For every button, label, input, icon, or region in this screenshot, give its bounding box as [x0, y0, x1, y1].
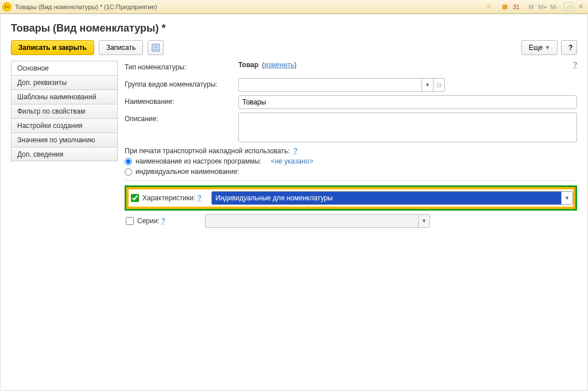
series-combo-dropdown[interactable]: ▼: [418, 215, 430, 227]
radio-program-name-input[interactable]: [125, 158, 132, 165]
sidebar-item-main[interactable]: Основное: [11, 61, 118, 75]
radio-individual-name-input[interactable]: [125, 168, 132, 176]
group-combo-text: [239, 79, 421, 91]
list-button[interactable]: [148, 40, 164, 55]
radio-individual-name[interactable]: индивидуальное наименование:: [125, 168, 577, 176]
type-change-link[interactable]: изменить: [264, 61, 294, 69]
more-button[interactable]: Еще▼: [521, 40, 558, 55]
sidebar-item-extra-info[interactable]: Доп. сведения: [11, 147, 118, 161]
page-title: Товары (Вид номенклатуры) *: [11, 22, 577, 34]
separator: [125, 180, 577, 181]
characteristics-checkbox[interactable]: [131, 194, 139, 202]
close-icon[interactable]: ✕: [575, 2, 586, 11]
name-input[interactable]: [238, 95, 577, 109]
group-label: Группа видов номенклатуры:: [125, 78, 238, 88]
print-label: При печати транспортной накладной исполь…: [125, 147, 290, 155]
sidebar-item-default-values[interactable]: Значения по умолчанию: [11, 133, 118, 147]
sidebar-item-name-templates[interactable]: Шаблоны наименований: [11, 90, 118, 104]
radio-program-name[interactable]: наименование из настроек программы: <не …: [125, 157, 577, 165]
memory-mminus-icon[interactable]: M-: [549, 2, 559, 11]
series-help-icon[interactable]: ?: [161, 217, 165, 225]
desc-textarea[interactable]: [238, 112, 577, 142]
not-set-link[interactable]: <не указано>: [270, 157, 313, 165]
desc-label: Описание:: [125, 112, 238, 123]
calendar-icon[interactable]: 31: [511, 2, 521, 11]
favorite-icon[interactable]: ☆: [483, 2, 494, 11]
series-checkbox[interactable]: [126, 217, 134, 225]
series-combo-text: [206, 215, 418, 227]
help-button[interactable]: ?: [561, 40, 577, 55]
characteristics-highlight: Характеристики: ? Индивидуальные для ном…: [125, 185, 577, 211]
toolbar: Записать и закрыть Записать Еще▼ ?: [1, 40, 587, 61]
characteristics-combo-dropdown[interactable]: ▼: [561, 192, 572, 204]
sidebar-item-property-filter[interactable]: Фильтр по свойствам: [11, 104, 118, 118]
sidebar-item-creation-settings[interactable]: Настройки создания: [11, 118, 118, 133]
type-change-wrap: (изменить): [262, 61, 296, 69]
titlebar: 1c Товары (Вид номенклатуры) * (1С:Предп…: [0, 0, 588, 14]
series-label: Серии:: [137, 217, 160, 225]
characteristics-combo[interactable]: Индивидуальные для номенклатуры ▼: [211, 191, 573, 205]
type-value: Товар: [238, 61, 258, 69]
chevron-down-icon: ▼: [545, 45, 550, 51]
series-combo[interactable]: ▼: [205, 214, 430, 228]
maximize-icon[interactable]: ▭: [564, 2, 574, 11]
sidebar: Основное Доп. реквизиты Шаблоны наименов…: [11, 61, 118, 231]
group-combo[interactable]: ▼ ◻: [238, 78, 445, 92]
type-label: Тип номенклатуры:: [125, 61, 238, 71]
sidebar-item-extra-attrs[interactable]: Доп. реквизиты: [11, 75, 118, 90]
characteristics-label: Характеристики:: [142, 194, 195, 202]
radio-individual-name-label: индивидуальное наименование:: [136, 168, 239, 176]
app-icon: 1c: [2, 2, 11, 11]
memory-m-icon[interactable]: M: [526, 2, 536, 11]
memory-mplus-icon[interactable]: M+: [537, 2, 548, 11]
characteristics-combo-text: Индивидуальные для номенклатуры: [212, 192, 561, 204]
save-button[interactable]: Записать: [99, 40, 143, 55]
form-area: Тип номенклатуры: Товар (изменить) ? Гру…: [125, 61, 577, 231]
radio-program-name-label: наименование из настроек программы:: [136, 157, 261, 165]
window-title: Товары (Вид номенклатуры) * (1С:Предприя…: [15, 3, 483, 10]
print-help-icon[interactable]: ?: [293, 147, 297, 155]
group-combo-open[interactable]: ◻: [433, 79, 444, 91]
calc-icon[interactable]: ▦: [500, 2, 510, 11]
name-label: Наименование:: [125, 95, 238, 106]
characteristics-help-icon[interactable]: ?: [198, 194, 202, 202]
group-combo-dropdown[interactable]: ▼: [421, 79, 433, 91]
save-and-close-button[interactable]: Записать и закрыть: [11, 40, 94, 55]
type-help-icon[interactable]: ?: [573, 61, 577, 69]
list-icon: [152, 44, 160, 52]
